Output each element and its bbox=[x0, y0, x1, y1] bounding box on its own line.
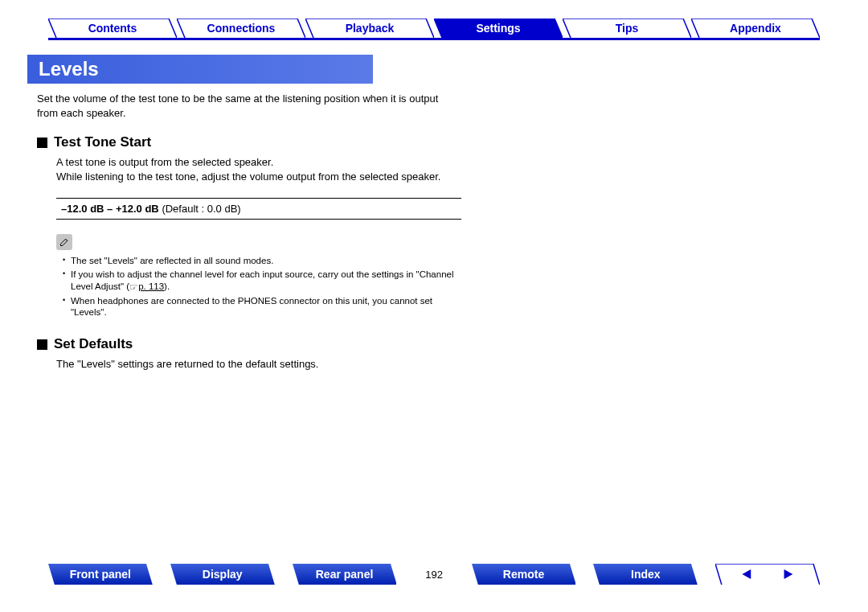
square-bullet-icon bbox=[37, 339, 47, 350]
subsection-body: A test tone is output from the selected … bbox=[37, 155, 461, 183]
tab-label: Tips bbox=[616, 22, 639, 35]
intro-text: Set the volume of the test tone to be th… bbox=[37, 92, 461, 120]
tab-label: Settings bbox=[476, 22, 520, 35]
note-item: The set "Levels" are reflected in all so… bbox=[63, 255, 461, 267]
subsection-body: The "Levels" settings are returned to th… bbox=[37, 357, 461, 372]
page-link[interactable]: p. 113 bbox=[138, 281, 164, 291]
nav-front-panel[interactable]: Front panel bbox=[48, 564, 153, 585]
note-item: If you wish to adjust the channel level … bbox=[63, 269, 461, 293]
subsection-title-text: Test Tone Start bbox=[54, 134, 151, 150]
pointing-hand-icon: ☞ bbox=[129, 281, 138, 294]
tab-label: Contents bbox=[88, 22, 137, 35]
top-navigation: Contents Connections Playback Settings T… bbox=[0, 0, 868, 38]
range-value: –12.0 dB – +12.0 dB bbox=[61, 203, 159, 215]
subsection-title-text: Set Defaults bbox=[54, 336, 133, 352]
nav-label: Rear panel bbox=[316, 568, 374, 581]
nav-label: Display bbox=[203, 568, 243, 581]
tab-label: Connections bbox=[207, 22, 276, 35]
nav-rear-panel[interactable]: Rear panel bbox=[293, 564, 397, 585]
nav-display[interactable]: Display bbox=[170, 564, 275, 585]
note-text: The set "Levels" are reflected in all so… bbox=[71, 256, 273, 265]
page-number: 192 bbox=[414, 569, 453, 581]
nav-remote[interactable]: Remote bbox=[472, 564, 576, 585]
body-text-2: While listening to the test tone, adjust… bbox=[56, 170, 440, 183]
subsection-set-defaults: Set Defaults The "Levels" settings are r… bbox=[37, 336, 461, 372]
note-item: When headphones are connected to the PHO… bbox=[63, 295, 461, 319]
subsection-title: Set Defaults bbox=[37, 336, 461, 352]
nav-label: Remote bbox=[503, 568, 544, 581]
pencil-icon bbox=[56, 234, 72, 250]
nav-label: Index bbox=[631, 568, 661, 581]
note-text: When headphones are connected to the PHO… bbox=[71, 296, 432, 318]
range-default: (Default : 0.0 dB) bbox=[159, 203, 241, 215]
tab-label: Appendix bbox=[730, 22, 781, 35]
nav-divider bbox=[48, 38, 820, 40]
notes-list: The set "Levels" are reflected in all so… bbox=[56, 255, 461, 318]
square-bullet-icon bbox=[37, 138, 47, 148]
page-arrows[interactable] bbox=[715, 564, 820, 585]
note-text: ). bbox=[164, 281, 170, 291]
body-text-1: A test tone is output from the selected … bbox=[56, 156, 273, 168]
tab-connections[interactable]: Connections bbox=[177, 18, 305, 38]
subsection-title: Test Tone Start bbox=[37, 134, 461, 150]
tab-contents[interactable]: Contents bbox=[48, 18, 177, 38]
tab-appendix[interactable]: Appendix bbox=[691, 18, 820, 38]
tab-settings[interactable]: Settings bbox=[434, 18, 563, 38]
bottom-navigation: Front panel Display Rear panel 192 Remot… bbox=[0, 564, 868, 585]
tab-label: Playback bbox=[346, 22, 395, 35]
notes-block: The set "Levels" are reflected in all so… bbox=[56, 234, 461, 318]
tab-tips[interactable]: Tips bbox=[563, 18, 691, 38]
nav-index[interactable]: Index bbox=[593, 564, 698, 585]
main-content: Set the volume of the test tone to be th… bbox=[0, 92, 498, 372]
note-text: If you wish to adjust the channel level … bbox=[71, 269, 454, 291]
tab-playback[interactable]: Playback bbox=[305, 18, 434, 38]
section-title: Levels bbox=[27, 55, 373, 84]
subsection-test-tone: Test Tone Start A test tone is output fr… bbox=[37, 134, 461, 183]
nav-label: Front panel bbox=[70, 568, 131, 581]
parameter-range: –12.0 dB – +12.0 dB (Default : 0.0 dB) bbox=[56, 198, 461, 220]
